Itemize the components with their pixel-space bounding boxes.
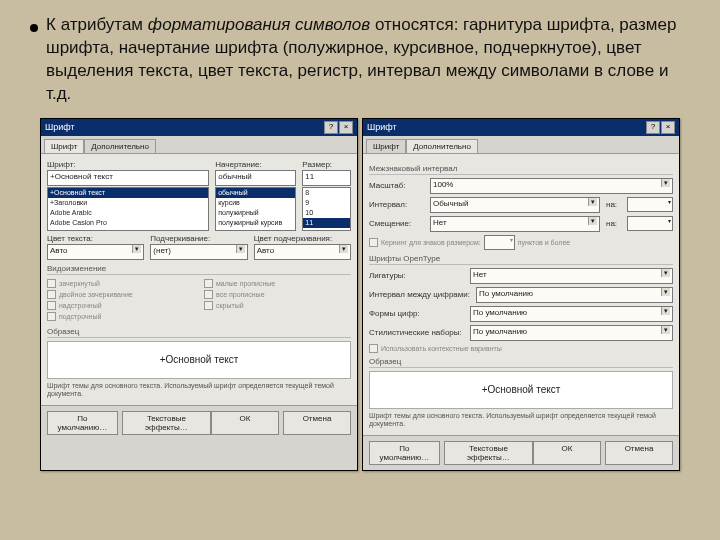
opentype-section: Шрифты OpenType xyxy=(369,254,673,265)
text-emphasis: форматирования символов xyxy=(148,15,370,34)
numsp-label: Интервал между цифрами: xyxy=(369,290,470,299)
kerning-input[interactable] xyxy=(484,235,515,250)
numform-label: Формы цифр: xyxy=(369,309,464,318)
list-item[interactable]: 12 xyxy=(303,228,350,231)
font-input[interactable]: +Основной текст xyxy=(47,170,209,186)
bullet-item: К атрибутам форматирования символов отно… xyxy=(30,14,690,106)
ucolor-select[interactable]: Авто xyxy=(254,244,351,260)
list-item[interactable]: 8 xyxy=(303,188,350,198)
underline-label: Подчеркивание: xyxy=(150,234,247,243)
kerning-checkbox[interactable]: Кернинг для знаков размером: пунктов и б… xyxy=(369,235,673,250)
text-prefix: К атрибутам xyxy=(46,15,148,34)
titlebar: Шрифт ? × xyxy=(41,119,357,136)
list-item[interactable]: курсив xyxy=(216,198,295,208)
list-item[interactable]: обычный xyxy=(216,188,295,198)
tab-advanced[interactable]: Дополнительно xyxy=(406,139,478,153)
list-item[interactable]: +Основной текст xyxy=(48,188,208,198)
list-item[interactable]: +Заголовки xyxy=(48,198,208,208)
close-icon[interactable]: × xyxy=(339,121,353,134)
color-select[interactable]: Авто xyxy=(47,244,144,260)
spacing-select[interactable]: Обычный xyxy=(430,197,600,213)
tab-font[interactable]: Шрифт xyxy=(366,139,406,153)
preview-box: +Основной текст xyxy=(47,341,351,379)
position-select[interactable]: Нет xyxy=(430,216,600,232)
position-label: Смещение: xyxy=(369,219,424,228)
font-dialog-2: Шрифт ? × Шрифт Дополнительно Межзнаковы… xyxy=(362,118,680,471)
list-item[interactable]: Adobe Arabic xyxy=(48,208,208,218)
cancel-button[interactable]: Отмена xyxy=(283,411,351,435)
slide-text: К атрибутам форматирования символов отно… xyxy=(46,14,690,106)
styleset-select[interactable]: По умолчанию xyxy=(470,325,673,341)
size-listbox[interactable]: 8 9 10 11 12 xyxy=(302,187,351,231)
list-item[interactable]: Adobe Caslon Pro Bold xyxy=(48,228,208,231)
spacing-value-input[interactable] xyxy=(627,197,673,212)
position-value-input[interactable] xyxy=(627,216,673,231)
effect-checkbox[interactable]: малые прописные xyxy=(204,279,351,288)
on-label: на: xyxy=(606,219,621,228)
dialog-title: Шрифт xyxy=(45,122,75,132)
style-label: Начертание: xyxy=(215,160,296,169)
preview-section: Образец xyxy=(47,327,351,338)
liga-label: Лигатуры: xyxy=(369,271,464,280)
spacing-label: Интервал: xyxy=(369,200,424,209)
styleset-label: Стилистические наборы: xyxy=(369,328,464,337)
kerning-label: Кернинг для знаков размером: xyxy=(381,239,481,246)
help-icon[interactable]: ? xyxy=(324,121,338,134)
liga-select[interactable]: Нет xyxy=(470,268,673,284)
preview-section: Образец xyxy=(369,357,673,368)
effect-checkbox[interactable]: надстрочный xyxy=(47,301,194,310)
cancel-button[interactable]: Отмена xyxy=(605,441,673,465)
underline-select[interactable]: (нет) xyxy=(150,244,247,260)
color-label: Цвет текста: xyxy=(47,234,144,243)
size-input[interactable]: 11 xyxy=(302,170,351,186)
ok-button[interactable]: ОК xyxy=(211,411,279,435)
list-item[interactable]: Adobe Caslon Pro xyxy=(48,218,208,228)
contextual-checkbox[interactable]: Использовать контекстные варианты xyxy=(369,344,673,353)
list-item[interactable]: 10 xyxy=(303,208,350,218)
tab-advanced[interactable]: Дополнительно xyxy=(84,139,156,153)
titlebar: Шрифт ? × xyxy=(363,119,679,136)
numsp-select[interactable]: По умолчанию xyxy=(476,287,673,303)
dialog-title: Шрифт xyxy=(367,122,397,132)
default-button[interactable]: По умолчанию… xyxy=(47,411,118,435)
list-item[interactable]: 11 xyxy=(303,218,350,228)
note-text: Шрифт темы для основного текста. Использ… xyxy=(47,382,351,399)
tab-font[interactable]: Шрифт xyxy=(44,139,84,153)
on-label: на: xyxy=(606,200,621,209)
text-effects-button[interactable]: Текстовые эффекты… xyxy=(444,441,533,465)
text-effects-button[interactable]: Текстовые эффекты… xyxy=(122,411,211,435)
help-icon[interactable]: ? xyxy=(646,121,660,134)
scale-label: Масштаб: xyxy=(369,181,424,190)
note-text: Шрифт темы для основного текста. Использ… xyxy=(369,412,673,429)
font-dialog-1: Шрифт ? × Шрифт Дополнительно Шрифт: +Ос… xyxy=(40,118,358,471)
numform-select[interactable]: По умолчанию xyxy=(470,306,673,322)
effect-checkbox[interactable]: подстрочный xyxy=(47,312,194,321)
list-item[interactable]: полужирный xyxy=(216,208,295,218)
effect-checkbox[interactable]: двойное зачеркивание xyxy=(47,290,194,299)
close-icon[interactable]: × xyxy=(661,121,675,134)
style-input[interactable]: обычный xyxy=(215,170,296,186)
kerning-suffix: пунктов и более xyxy=(518,239,570,246)
bullet-dot-icon xyxy=(30,24,38,32)
scale-select[interactable]: 100% xyxy=(430,178,673,194)
effect-checkbox[interactable]: скрытый xyxy=(204,301,351,310)
preview-box: +Основной текст xyxy=(369,371,673,409)
ucolor-label: Цвет подчеркивания: xyxy=(254,234,351,243)
font-label: Шрифт: xyxy=(47,160,209,169)
effect-checkbox[interactable]: зачеркнутый xyxy=(47,279,194,288)
list-item[interactable]: 9 xyxy=(303,198,350,208)
size-label: Размер: xyxy=(302,160,351,169)
default-button[interactable]: По умолчанию… xyxy=(369,441,440,465)
font-listbox[interactable]: +Основной текст +Заголовки Adobe Arabic … xyxy=(47,187,209,231)
effect-checkbox[interactable]: все прописные xyxy=(204,290,351,299)
spacing-section: Межзнаковый интервал xyxy=(369,164,673,175)
list-item[interactable]: полужирный курсив xyxy=(216,218,295,228)
ok-button[interactable]: ОК xyxy=(533,441,601,465)
effects-section: Видоизменение xyxy=(47,264,351,275)
style-listbox[interactable]: обычный курсив полужирный полужирный кур… xyxy=(215,187,296,231)
